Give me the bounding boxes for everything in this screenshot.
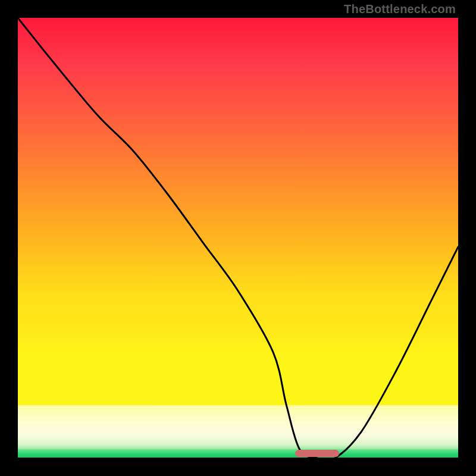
- chart-frame: TheBottleneck.com: [0, 0, 476, 476]
- bottleneck-curve: [18, 18, 458, 458]
- curve-path: [18, 18, 458, 458]
- watermark-text: TheBottleneck.com: [344, 2, 456, 16]
- plot-area: [18, 18, 458, 458]
- x-axis: [18, 458, 458, 458]
- optimal-range-marker: [295, 450, 339, 457]
